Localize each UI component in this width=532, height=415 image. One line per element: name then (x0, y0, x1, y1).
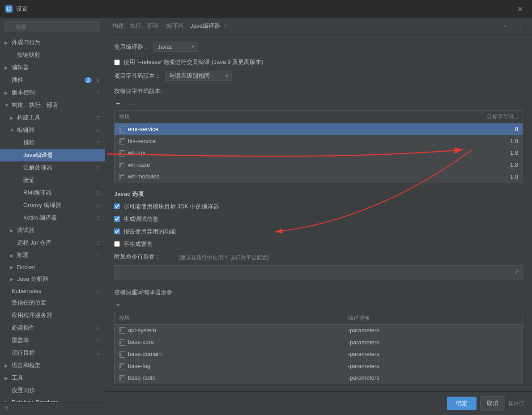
sidebar-item-rmi[interactable]: RMI编译器 □ (0, 186, 105, 199)
sidebar-item-trusted[interactable]: 受信任的位置 (0, 296, 105, 309)
sidebar-item-label: Java编译器 (23, 151, 95, 159)
compiler-label: 使用编译器： (114, 43, 149, 51)
table-row[interactable]: wh-base 1.8 (115, 159, 523, 171)
table-row[interactable]: base-radio -parameters (115, 372, 523, 384)
sidebar-item-editor[interactable]: ▶ 编辑器 (0, 61, 105, 74)
sidebar-item-label: 调试器 (17, 226, 100, 234)
sidebar-item-appearance[interactable]: ▶ 外观与行为 (0, 36, 105, 49)
sidebar-item-docker[interactable]: ▶ Docker (0, 262, 105, 273)
nav-back-button[interactable]: ← (500, 21, 511, 30)
cancel-button[interactable]: 取消 (480, 396, 505, 411)
window-title: 设置 (16, 5, 28, 13)
module-name-cell: wh-modules (115, 171, 339, 183)
sidebar-item-label: 设置同步 (12, 386, 100, 394)
table-row[interactable]: api-system -parameters (115, 324, 523, 336)
sidebar-item-label: 部署 (17, 251, 95, 259)
sidebar-item-label: RMI编译器 (23, 189, 95, 197)
module-name-cell: wh-base (115, 159, 339, 171)
sidebar-item-label: 覆盖率 (12, 336, 95, 344)
sidebar-item-run-targets[interactable]: 运行目标 □ (0, 347, 105, 359)
sidebar-item-compiler[interactable]: ▼ 编辑器 □ (0, 124, 105, 136)
sidebar-item-groovy[interactable]: Groovy 编译器 □ (0, 199, 105, 212)
sidebar-item-rainbow-brackets[interactable]: ▶ Rainbow Brackets (0, 397, 105, 402)
sidebar-item-label: 编辑器 (12, 64, 100, 72)
table-row[interactable]: his-service 1.8 (115, 135, 523, 147)
sidebar-item-tools[interactable]: ▶ 工具 (0, 372, 105, 384)
opt3-label: 报告使用弃用的功能 (123, 228, 176, 236)
help-button[interactable]: ? (4, 405, 8, 412)
opt2-checkbox[interactable] (114, 216, 120, 222)
table-row[interactable]: base-domain -parameters (115, 348, 523, 360)
expand-args-button[interactable]: ⤢ (514, 268, 519, 275)
table-row[interactable]: emr-service 8 (115, 123, 523, 136)
sidebar-item-settings-sync[interactable]: 设置同步 (0, 384, 105, 397)
sidebar-item-label: Kotlin 编译器 (23, 214, 95, 222)
compiler-row: 使用编译器： Javac ▼ (114, 42, 523, 52)
settings-icon: □ (97, 115, 100, 120)
sidebar-item-label: 注解处理器 (23, 164, 95, 172)
sidebar-item-deploy[interactable]: ▶ 部署 □ (0, 249, 105, 262)
cross-compile-checkbox[interactable] (114, 59, 120, 65)
sidebar: 🔍 ▶ 外观与行为 按键映射 ▶ 编辑器 (0, 18, 105, 415)
sidebar-item-lang-framework[interactable]: ▶ 语言和框架 (0, 359, 105, 372)
sidebar-item-build[interactable]: ▼ 构建、执行、部署 (0, 99, 105, 111)
sidebar-item-vcs[interactable]: ▶ 版本控制 □ (0, 86, 105, 99)
sidebar-item-kotlin[interactable]: Kotlin 编译器 □ (0, 212, 105, 224)
search-wrapper: 🔍 (4, 21, 100, 32)
table-row[interactable]: wh-api 1.8 (115, 147, 523, 159)
sidebar-item-java-compiler[interactable]: Java编译器 □ (0, 149, 105, 161)
table-row[interactable]: wh-modules 1.0 (115, 171, 523, 183)
add-override-button[interactable]: + (114, 301, 122, 309)
opt4-checkbox[interactable] (114, 241, 120, 247)
sidebar-item-debugger[interactable]: ▶ 调试器 (0, 224, 105, 237)
sidebar-item-label: 必需插件 (12, 324, 95, 332)
sidebar-item-excludes[interactable]: 排除 □ (0, 136, 105, 149)
args-input[interactable] (114, 265, 523, 279)
close-button[interactable]: ✕ (514, 3, 527, 15)
sidebar-item-kubernetes[interactable]: Kubernetes □ (0, 285, 105, 296)
sidebar-item-app-servers[interactable]: 应用程序服务器 (0, 309, 105, 322)
override-module-cell: base-core (115, 336, 344, 348)
add-module-button[interactable]: + (114, 100, 122, 108)
nav-buttons: ← → (500, 21, 525, 30)
sidebar-item-build-tools[interactable]: ▶ 构建工具 □ (0, 111, 105, 124)
breadcrumb-pin[interactable]: □ (225, 23, 228, 30)
arrow-icon: ▼ (10, 128, 15, 133)
app-icon: IJ (5, 5, 13, 13)
sidebar-footer: ? (0, 402, 105, 415)
breadcrumb-bar: 构建、执行、部署 › 编译器 › Java编译器 □ ← → (105, 18, 532, 34)
remove-module-button[interactable]: — (125, 100, 136, 108)
compiler-select[interactable]: Javac (153, 42, 198, 52)
module-name-cell: his-service (115, 135, 339, 147)
breadcrumb-part1: 构建、执行、部署 (112, 22, 159, 30)
sidebar-item-validation[interactable]: 验证 (0, 174, 105, 186)
opt3-checkbox[interactable] (114, 229, 120, 234)
module-override-section: 按模块重写编译器形参: + 模块 编译选项 (114, 288, 523, 384)
bytecode-select[interactable]: 与语言级别相同 (165, 71, 232, 81)
main-wrapper: 构建、执行、部署 › 编译器 › Java编译器 □ ← → 使用编译器： Ja… (105, 18, 532, 415)
override-module-cell: api-system (115, 324, 344, 336)
table-row[interactable]: base-log -parameters (115, 360, 523, 372)
sidebar-item-label: Groovy 编译器 (23, 201, 95, 209)
table-row[interactable]: base-core -parameters (115, 336, 523, 348)
settings-icon: □ (97, 240, 100, 246)
sidebar-item-plugins[interactable]: 插件 2 文 (0, 74, 105, 86)
sidebar-item-annotation[interactable]: 注解处理器 □ (0, 161, 105, 174)
opt1-checkbox[interactable] (114, 203, 120, 209)
sidebar-item-label: 版本控制 (12, 89, 95, 97)
main-scroll: 使用编译器： Javac ▼ 使用 '--release' 选项进行交叉编译 (… (105, 34, 532, 391)
ok-button[interactable]: 确定 (447, 397, 477, 410)
search-input[interactable] (4, 21, 100, 32)
nav-forward-button[interactable]: → (513, 21, 525, 30)
sidebar-item-label: 运行目标 (12, 349, 95, 357)
sidebar-item-required-plugins[interactable]: 必需插件 □ (0, 322, 105, 334)
opt1-label: 尽可能使用模块目标 JDK 中的编译器 (123, 203, 219, 211)
arrow-icon: ▶ (4, 363, 10, 368)
sidebar-item-keymap[interactable]: 按键映射 (0, 49, 105, 61)
settings-icon: □ (97, 165, 100, 170)
settings-icon: □ (97, 90, 100, 95)
sidebar-item-remote-jar[interactable]: 远程 Jar 仓库 □ (0, 237, 105, 249)
sidebar-item-coverage[interactable]: 覆盖率 □ (0, 334, 105, 347)
sidebar-item-java-analyzer[interactable]: ▶ Java 分析器 (0, 273, 105, 285)
opt2-row: 生成调试信息 (114, 215, 523, 223)
